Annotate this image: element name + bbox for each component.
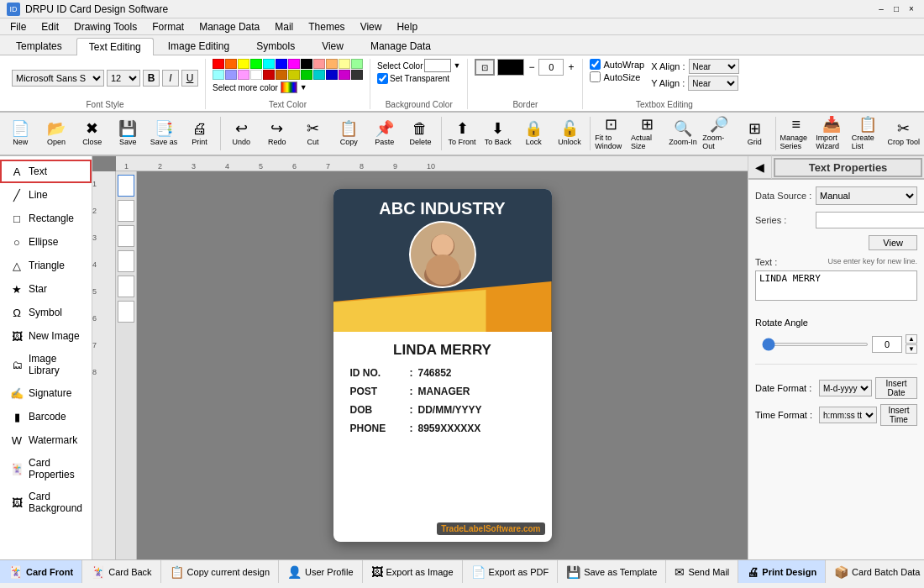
close-btn[interactable]: × — [906, 3, 917, 15]
toolbar-new[interactable]: 📄New — [3, 114, 38, 153]
thumb-2[interactable] — [118, 200, 134, 222]
insert-time-button[interactable]: Insert Time — [880, 404, 917, 426]
menu-item-view[interactable]: View — [354, 20, 389, 34]
left-panel-new-image[interactable]: 🖼New Image — [0, 324, 92, 348]
text-color-swatch-21[interactable] — [326, 70, 338, 80]
border-color-box[interactable] — [497, 59, 524, 76]
status-card-batch[interactable]: 📦Card Batch Data — [826, 560, 924, 583]
toolbar-save-as[interactable]: 📑Save as — [147, 114, 181, 153]
x-align-select[interactable]: Near — [689, 59, 739, 74]
text-color-swatch-20[interactable] — [313, 70, 325, 80]
text-color-swatch-8[interactable] — [313, 59, 325, 69]
toolbar-zoom-out[interactable]: 🔎Zoom-Out — [701, 114, 736, 153]
ribbon-tab-text-editing[interactable]: Text Editing — [76, 38, 154, 55]
status-print-design[interactable]: 🖨Print Design — [738, 560, 826, 583]
status-export-image[interactable]: 🖼Export as Image — [363, 560, 463, 583]
italic-button[interactable]: I — [162, 70, 179, 87]
font-size-select[interactable]: 12 — [107, 70, 140, 87]
data-source-select[interactable]: Manual — [816, 186, 917, 205]
status-card-back[interactable]: 🃏Card Back — [82, 560, 160, 583]
toolbar-to-front[interactable]: ⬆To Front — [445, 114, 480, 153]
text-color-swatch-2[interactable] — [238, 59, 249, 69]
text-color-swatch-16[interactable] — [263, 70, 275, 80]
toolbar-save[interactable]: 💾Save — [111, 114, 145, 153]
window-controls[interactable]: – □ × — [875, 3, 917, 15]
ribbon-tab-manage-data[interactable]: Manage Data — [358, 37, 444, 55]
left-panel-barcode[interactable]: ▮Barcode — [0, 405, 92, 428]
status-save-template[interactable]: 💾Save as Template — [558, 560, 666, 583]
maximize-btn[interactable]: □ — [890, 3, 902, 15]
text-color-swatch-14[interactable] — [238, 70, 249, 80]
toolbar-cut[interactable]: ✂Cut — [296, 114, 330, 153]
menu-item-themes[interactable]: Themes — [302, 20, 351, 34]
text-color-swatch-10[interactable] — [339, 59, 350, 69]
rotate-down[interactable]: ▼ — [906, 344, 917, 354]
left-panel-symbol[interactable]: ΩSymbol — [0, 301, 92, 324]
left-panel-image-library[interactable]: 🗂Image Library — [0, 348, 92, 381]
y-align-select[interactable]: Near — [688, 76, 738, 91]
text-color-swatch-19[interactable] — [301, 70, 312, 80]
toolbar-paste[interactable]: 📌Paste — [367, 114, 402, 153]
select-more-color[interactable]: Select more color ▼ — [213, 81, 363, 93]
toolbar-redo[interactable]: ↪Redo — [260, 114, 295, 153]
autosize-checkbox[interactable] — [590, 71, 601, 82]
border-size-input[interactable] — [538, 59, 564, 76]
autowrap-checkbox[interactable] — [590, 59, 601, 70]
minimize-btn[interactable]: – — [875, 3, 887, 15]
toolbar-copy[interactable]: 📋Copy — [332, 114, 366, 153]
thumb-1[interactable] — [118, 175, 134, 197]
menu-item-edit[interactable]: Edit — [34, 20, 66, 34]
menu-item-manage-data[interactable]: Manage Data — [192, 20, 266, 34]
toolbar-to-back[interactable]: ⬇To Back — [480, 114, 515, 153]
left-panel-star[interactable]: ★Star — [0, 277, 92, 301]
text-color-swatch-23[interactable] — [351, 70, 363, 80]
left-panel-triangle[interactable]: △Triangle — [0, 254, 92, 277]
text-color-swatch-7[interactable] — [301, 59, 312, 69]
bg-dropdown-icon[interactable]: ▼ — [453, 61, 460, 70]
underline-button[interactable]: U — [181, 70, 198, 87]
left-panel-rectangle[interactable]: □Rectangle — [0, 207, 92, 230]
rotate-angle-slider[interactable] — [762, 343, 869, 346]
toolbar-print[interactable]: 🖨Print — [182, 114, 217, 153]
status-card-front[interactable]: 🃏Card Front — [0, 560, 82, 583]
toolbar-open[interactable]: 📂Open — [39, 114, 74, 153]
toolbar-grid[interactable]: ⊞Grid — [738, 114, 772, 153]
text-textarea[interactable]: LINDA MERRY — [755, 270, 917, 301]
left-panel-card-background[interactable]: 🖼Card Background — [0, 486, 92, 519]
ribbon-tab-symbols[interactable]: Symbols — [244, 37, 307, 55]
rotate-angle-value[interactable] — [872, 336, 902, 353]
text-color-swatch-4[interactable] — [263, 59, 275, 69]
thumb-3[interactable] — [118, 225, 134, 247]
border-plus-btn[interactable]: + — [566, 61, 575, 73]
view-button[interactable]: View — [869, 235, 917, 250]
left-panel-line[interactable]: ╱Line — [0, 183, 92, 207]
time-format-select[interactable]: h:mm:ss tt — [819, 407, 877, 423]
insert-date-button[interactable]: Insert Date — [875, 377, 917, 399]
left-panel-watermark[interactable]: WWatermark — [0, 428, 92, 452]
status-user-profile[interactable]: 👤User Profile — [279, 560, 362, 583]
menu-item-help[interactable]: Help — [390, 20, 424, 34]
toolbar-undo[interactable]: ↩Undo — [224, 114, 259, 153]
status-copy-design[interactable]: 📋Copy current design — [161, 560, 279, 583]
text-color-swatch-1[interactable] — [225, 59, 237, 69]
border-style-icon[interactable]: ⊡ — [475, 59, 495, 76]
toolbar-fit[interactable]: ⊡Fit to Window — [594, 114, 628, 153]
text-color-swatch-12[interactable] — [213, 70, 224, 80]
status-send-mail[interactable]: ✉Send Mail — [666, 560, 738, 583]
menu-item-file[interactable]: File — [3, 20, 33, 34]
ribbon-tab-view[interactable]: View — [309, 37, 356, 55]
rotate-spinners[interactable]: ▲ ▼ — [906, 334, 917, 354]
toolbar-crop[interactable]: ✂Crop Tool — [886, 114, 921, 153]
text-color-swatch-22[interactable] — [339, 70, 350, 80]
toolbar-create-list[interactable]: 📋Create List — [851, 114, 885, 153]
text-color-swatch-15[interactable] — [250, 70, 262, 80]
panel-back-button[interactable]: ◀ — [748, 155, 772, 179]
toolbar-actual[interactable]: ⊞Actual Size — [630, 114, 664, 153]
text-color-swatch-17[interactable] — [276, 70, 287, 80]
text-color-swatch-11[interactable] — [351, 59, 363, 69]
bold-button[interactable]: B — [143, 70, 160, 87]
thumb-5[interactable] — [118, 276, 134, 297]
ribbon-tab-image-editing[interactable]: Image Editing — [155, 37, 242, 55]
text-color-swatch-0[interactable] — [213, 59, 224, 69]
id-card[interactable]: ABC INDUSTRY — [333, 189, 552, 542]
